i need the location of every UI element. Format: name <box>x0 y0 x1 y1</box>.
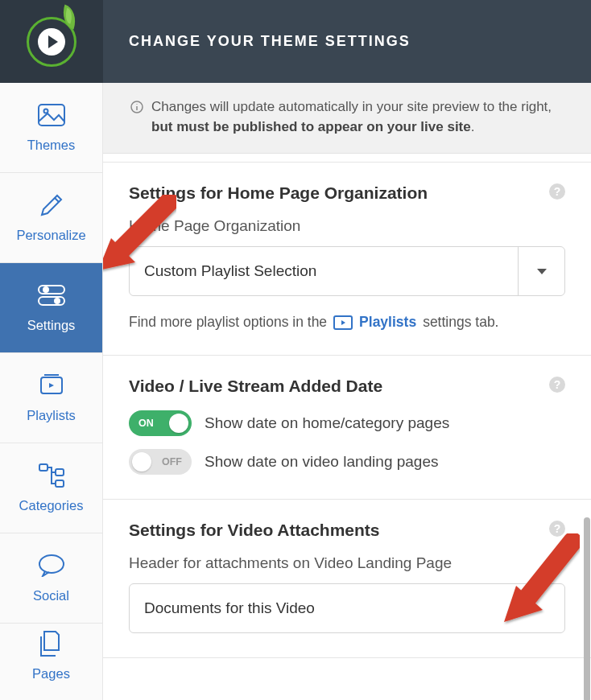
svg-point-3 <box>43 287 48 292</box>
sidebar-item-settings[interactable]: Settings <box>0 263 102 353</box>
info-banner: Changes will update automatically in you… <box>103 83 591 154</box>
sidebar-item-label: Playlists <box>27 408 76 423</box>
info-text: Changes will update automatically in you… <box>151 97 564 137</box>
sidebar-item-label: Categories <box>19 498 84 513</box>
section-video-date: ? Video / Live Stream Added Date ON Show… <box>103 356 591 500</box>
sidebar-item-label: Pages <box>32 666 70 681</box>
app-header: CHANGE YOUR THEME SETTINGS <box>0 0 591 83</box>
sliders-icon <box>35 282 68 308</box>
scrollbar[interactable] <box>584 517 590 700</box>
section-heading: Video / Live Stream Added Date <box>129 377 565 396</box>
section-video-attachments: ? Settings for Video Attachments Header … <box>103 500 591 658</box>
svg-rect-0 <box>39 105 64 126</box>
svg-point-1 <box>43 109 48 113</box>
picture-icon <box>35 102 68 128</box>
toggle-label: Show date on video landing pages <box>205 453 439 471</box>
attachments-header-input[interactable] <box>129 583 565 633</box>
field-label: Home Page Organization <box>129 217 565 235</box>
sidebar-item-themes[interactable]: Themes <box>0 83 102 173</box>
svg-rect-7 <box>39 464 48 471</box>
svg-rect-4 <box>39 297 64 305</box>
pencil-icon <box>35 192 68 218</box>
app-logo <box>0 0 103 83</box>
page-title: CHANGE YOUR THEME SETTINGS <box>129 33 411 50</box>
svg-point-13 <box>136 104 137 105</box>
sidebar-item-label: Themes <box>27 138 76 153</box>
hint-text: Find more playlist options in the Playli… <box>129 314 565 331</box>
sidebar-item-label: Settings <box>27 318 76 333</box>
section-home-organization: ? Settings for Home Page Organization Ho… <box>103 162 591 356</box>
home-organization-select[interactable]: Custom Playlist Selection <box>129 246 565 296</box>
select-value: Custom Playlist Selection <box>130 247 518 295</box>
playlist-icon <box>35 373 68 398</box>
tree-icon <box>35 463 68 488</box>
pages-icon <box>35 631 68 657</box>
section-heading: Settings for Video Attachments <box>129 521 565 540</box>
toggle-label: Show date on home/category pages <box>205 414 449 432</box>
section-heading: Settings for Home Page Organization <box>129 183 565 203</box>
sidebar-item-social[interactable]: Social <box>0 533 102 624</box>
sidebar-item-pages[interactable]: Pages <box>0 624 102 688</box>
sidebar-item-categories[interactable]: Categories <box>0 443 102 533</box>
svg-rect-8 <box>56 469 64 476</box>
main-panel: Changes will update automatically in you… <box>103 83 591 700</box>
chat-icon <box>35 553 68 579</box>
playlists-link[interactable]: Playlists <box>359 314 416 331</box>
playlist-link-icon <box>333 315 353 330</box>
toggle-show-date-landing[interactable]: OFF <box>129 449 192 475</box>
field-label: Header for attachments on Video Landing … <box>129 554 565 572</box>
sidebar-item-personalize[interactable]: Personalize <box>0 173 102 263</box>
sidebar: Themes Personalize Settings Playlists Ca <box>0 83 103 700</box>
info-icon <box>130 100 143 120</box>
svg-rect-2 <box>39 286 64 294</box>
svg-point-5 <box>55 299 60 303</box>
toggle-show-date-home[interactable]: ON <box>129 410 192 436</box>
chevron-down-icon <box>518 247 564 295</box>
svg-rect-9 <box>56 480 64 487</box>
sidebar-item-label: Social <box>33 588 69 603</box>
sidebar-item-label: Personalize <box>16 228 85 243</box>
svg-point-10 <box>39 555 64 573</box>
sidebar-item-playlists[interactable]: Playlists <box>0 353 102 443</box>
